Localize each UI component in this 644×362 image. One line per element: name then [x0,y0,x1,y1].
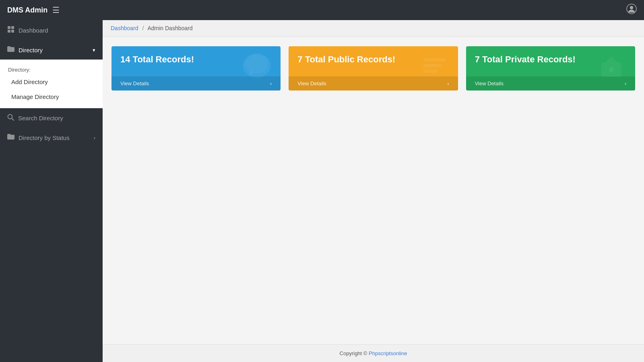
footer-text: Copyright © [340,350,367,356]
public-records-icon [416,50,452,87]
footer-link[interactable]: Phpscriptsonline [369,350,407,356]
breadcrumb: Dashboard / Admin Dashboard [103,20,644,37]
public-records-title: 7 Total Public Records! [297,54,395,65]
total-records-card: 14 Total Records! View Details › [111,46,281,90]
sidebar-item-directory-by-status[interactable]: Directory by Status › [0,128,103,147]
private-records-footer-label: View Details [475,80,504,86]
topnav-left: DMS Admin ☰ [7,5,60,15]
page-footer: Copyright © Phpscriptsonline [103,344,644,362]
search-icon [7,114,14,122]
svg-rect-4 [8,30,10,33]
main-content-area: Dashboard / Admin Dashboard 14 Total Rec… [103,20,644,362]
svg-rect-11 [423,58,445,62]
svg-point-9 [246,54,268,74]
sidebar-search-directory-label: Search Directory [18,115,95,121]
private-records-icon [593,50,630,87]
svg-rect-5 [11,30,14,33]
breadcrumb-dashboard-link[interactable]: Dashboard [111,25,138,31]
public-records-card: 7 Total Public Records! View Details › [289,46,458,90]
dropdown-add-directory[interactable]: Add Directory [0,74,103,89]
breadcrumb-current: Admin Dashboard [147,25,192,31]
svg-marker-15 [605,56,617,62]
svg-line-7 [12,118,14,120]
app-title: DMS Admin [7,6,47,14]
directory-chevron-icon: ▾ [93,47,95,53]
sidebar-directory-label: Directory [19,47,89,53]
dropdown-manage-directory[interactable]: Manage Directory [0,89,103,104]
user-icon[interactable] [626,4,637,16]
public-records-footer-label: View Details [297,80,326,86]
sidebar-item-search-directory[interactable]: Search Directory [0,108,103,128]
directory-by-status-chevron-icon: › [94,135,95,141]
directory-dropdown: Directory: Add Directory Manage Director… [0,60,103,108]
dashboard-icon [7,26,14,35]
svg-rect-13 [423,70,437,73]
stats-cards-row: 14 Total Records! View Details › [111,46,635,90]
main-layout: Dashboard Directory ▾ Directory: Add Dir… [0,20,644,362]
total-records-title: 14 Total Records! [120,54,194,65]
sidebar-item-directory[interactable]: Directory ▾ [0,40,103,60]
svg-point-16 [609,67,614,72]
sidebar-item-dashboard[interactable]: Dashboard [0,20,103,40]
svg-rect-2 [8,26,10,29]
total-records-icon [239,50,275,87]
hamburger-icon[interactable]: ☰ [52,5,60,15]
private-records-title: 7 Total Private Records! [475,54,576,65]
svg-rect-3 [11,26,14,29]
public-records-card-top: 7 Total Public Records! [289,46,458,76]
top-navbar: DMS Admin ☰ [0,0,644,20]
sidebar-directory-by-status-label: Directory by Status [19,134,90,141]
sidebar-dashboard-label: Dashboard [19,27,95,34]
directory-status-folder-icon [7,134,14,142]
directory-folder-icon [7,46,14,54]
dashboard-content: 14 Total Records! View Details › [103,37,644,344]
breadcrumb-separator: / [142,25,144,31]
private-records-card-top: 7 Total Private Records! [466,46,635,76]
svg-point-1 [630,6,633,9]
svg-rect-12 [423,64,441,67]
total-records-footer-label: View Details [120,80,149,86]
private-records-card: 7 Total Private Records! View Details › [466,46,635,90]
sidebar: Dashboard Directory ▾ Directory: Add Dir… [0,20,103,362]
dropdown-header: Directory: [0,64,103,74]
total-records-card-top: 14 Total Records! [111,46,281,76]
